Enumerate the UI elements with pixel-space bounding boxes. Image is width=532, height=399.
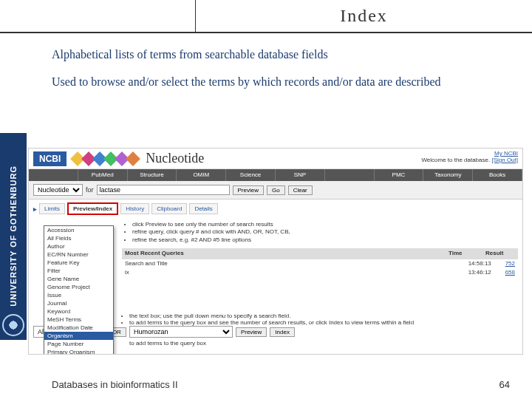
table-row: ix 13:46:12 658 — [122, 268, 518, 277]
intro-line-1: Alphabetical lists of terms from searcha… — [52, 48, 510, 61]
ncbi-db-name: Nucleotide — [146, 151, 204, 166]
hint-line: refine query, click query # and click wi… — [132, 228, 518, 236]
search-row: Nucleotide for Preview Go Clear — [29, 181, 522, 200]
recent-header: Most Recent Queries Time Result — [122, 248, 518, 259]
dropdown-item[interactable]: All Fields — [44, 234, 113, 242]
preview-button[interactable]: Preview — [233, 185, 264, 195]
university-sidebar: UNIVERSITY OF GOTHENBURG — [0, 133, 27, 340]
dropdown-item[interactable]: Keyword — [44, 307, 113, 316]
slide-body: Alphabetical lists of terms from searcha… — [0, 33, 532, 109]
course-name: Databases in bioinformatics II — [52, 379, 178, 390]
dropdown-item-selected[interactable]: Organism — [44, 332, 113, 340]
field-dropdown[interactable]: Accession All Fields Author EC/RN Number… — [44, 225, 114, 355]
nav-item[interactable]: OMIM — [177, 169, 226, 181]
hint-line: click Preview to see only the number of … — [132, 221, 518, 228]
query-text: Search and Title — [125, 260, 468, 267]
hint-line: to add terms to the query box — [129, 340, 518, 347]
nav-item[interactable]: SNP — [276, 169, 325, 181]
nav-item[interactable] — [325, 169, 375, 181]
university-name: UNIVERSITY OF GOTHENBURG — [9, 158, 18, 314]
recent-title: Most Recent Queries — [125, 250, 449, 257]
dropdown-item[interactable]: Page Number — [44, 340, 113, 348]
recent-queries: Most Recent Queries Time Result Search a… — [122, 248, 518, 277]
tab-limits[interactable]: Limits — [39, 203, 65, 214]
dropdown-item[interactable]: Filter — [44, 267, 113, 275]
bracket-icon: ▸ — [33, 205, 37, 213]
slide: Index Alphabetical lists of terms from s… — [0, 0, 532, 399]
myncbi-link[interactable]: My NCBI — [421, 150, 518, 157]
dropdown-item[interactable]: Genome Project — [44, 283, 113, 291]
for-label: for — [86, 186, 94, 194]
intro-line-2: Used to browse and/or select the terms b… — [52, 75, 510, 90]
ncbi-screenshot: My NCBI Welcome to the database. [Sign O… — [28, 148, 523, 355]
dropdown-item[interactable]: Feature Key — [44, 259, 113, 267]
header-spacer — [0, 0, 196, 32]
dropdown-item[interactable]: Modification Date — [44, 324, 113, 332]
clear-button[interactable]: Clear — [288, 185, 313, 195]
welcome-text: Welcome to the database. — [421, 157, 490, 163]
query-time: 13:46:12 — [468, 269, 505, 276]
university-logo-icon — [2, 314, 24, 336]
term-select[interactable]: Humorozan — [129, 326, 233, 338]
nav-item[interactable]: Science — [226, 169, 276, 181]
hint-line: to add terms to the query box and see th… — [129, 319, 518, 326]
result-link[interactable]: 658 — [505, 269, 515, 276]
col-time: Time — [449, 250, 485, 257]
welcome-box: My NCBI Welcome to the database. [Sign O… — [421, 150, 518, 163]
col-result: Result — [485, 250, 515, 257]
query-time: 14:58:13 — [468, 260, 505, 267]
nav-item[interactable] — [29, 169, 78, 181]
search-input[interactable] — [97, 185, 230, 195]
nav-item[interactable]: Taxonomy — [423, 169, 473, 181]
nav-item[interactable]: PMC — [375, 169, 424, 181]
slide-footer: Databases in bioinformatics II 64 — [52, 379, 510, 390]
ncbi-nav: PubMed Structure OMIM Science SNP PMC Ta… — [29, 169, 522, 181]
dropdown-item[interactable]: Author — [44, 242, 113, 250]
ncbi-hex-icons — [72, 154, 138, 164]
signout-link[interactable]: [Sign Out] — [491, 157, 518, 163]
nav-item[interactable]: PubMed — [78, 169, 128, 181]
hex-icon — [126, 151, 140, 166]
slide-title: Index — [196, 0, 532, 32]
tab-preview-index[interactable]: Preview/Index — [67, 202, 118, 215]
main-area: Accession All Fields Author EC/RN Number… — [29, 218, 522, 280]
dropdown-item[interactable]: Gene Name — [44, 275, 113, 283]
page-number: 64 — [499, 379, 510, 390]
result-link[interactable]: 752 — [505, 260, 515, 267]
slide-header: Index — [0, 0, 532, 33]
dropdown-item[interactable]: EC/RN Number — [44, 250, 113, 259]
dropdown-item[interactable]: Journal — [44, 299, 113, 307]
tabs-row: ▸ Limits Preview/Index History Clipboard… — [29, 200, 522, 218]
hint-line: refine the search, e.g. #2 AND #5 line o… — [132, 236, 518, 244]
hint-line: the text box; use the pull down menu to … — [129, 313, 518, 319]
preview2-button[interactable]: Preview — [236, 327, 267, 337]
tab-clipboard[interactable]: Clipboard — [151, 203, 187, 214]
nav-item[interactable]: Structure — [128, 169, 177, 181]
tab-details[interactable]: Details — [189, 203, 217, 214]
dropdown-item[interactable]: Primary Organism — [44, 348, 113, 355]
db-select[interactable]: Nucleotide — [33, 184, 83, 196]
go-button[interactable]: Go — [267, 185, 285, 195]
nav-item[interactable]: Books — [473, 169, 522, 181]
query-text: ix — [125, 269, 468, 276]
table-row: Search and Title 14:58:13 752 — [122, 259, 518, 268]
ncbi-logo: NCBI — [33, 151, 66, 166]
dropdown-item[interactable]: Accession — [44, 226, 113, 234]
tab-history[interactable]: History — [120, 203, 149, 214]
dropdown-item[interactable]: MeSH Terms — [44, 316, 113, 324]
index-button[interactable]: Index — [270, 327, 295, 337]
preview-content: click Preview to see only the number of … — [122, 221, 518, 277]
dropdown-item[interactable]: Issue — [44, 291, 113, 299]
